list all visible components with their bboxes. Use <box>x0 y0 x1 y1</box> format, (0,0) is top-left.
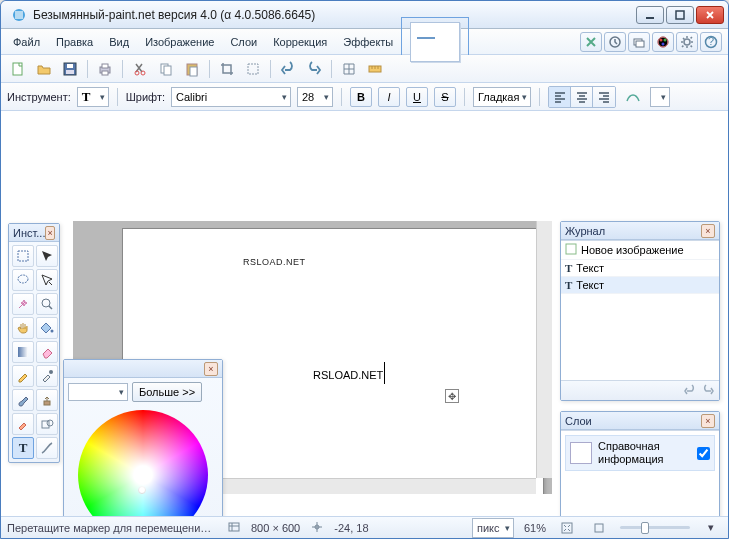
tool-pan[interactable] <box>12 317 34 339</box>
minimize-button[interactable] <box>636 6 664 24</box>
history-panel-close[interactable]: × <box>701 224 715 238</box>
tool-gradient[interactable] <box>12 341 34 363</box>
menu-effects[interactable]: Эффекты <box>335 32 401 52</box>
zoom-actual-icon[interactable] <box>588 517 610 539</box>
font-family-select[interactable]: Calibri <box>171 87 291 107</box>
history-item[interactable]: TТекст <box>561 277 719 294</box>
tool-shapes[interactable] <box>36 413 58 435</box>
image-thumbnail-strip[interactable] <box>401 17 469 67</box>
vertical-scrollbar[interactable] <box>536 221 552 478</box>
colors-panel-close[interactable]: × <box>204 362 218 376</box>
align-center-button[interactable] <box>571 87 593 107</box>
tool-color-picker[interactable] <box>36 365 58 387</box>
tool-pencil[interactable] <box>12 365 34 387</box>
history-undo-icon[interactable] <box>683 383 697 399</box>
history-item[interactable]: Новое изображение <box>561 241 719 260</box>
menu-layers[interactable]: Слои <box>222 32 265 52</box>
underline-button[interactable]: U <box>406 87 428 107</box>
grid-button[interactable] <box>338 58 360 80</box>
tool-fill[interactable] <box>36 317 58 339</box>
deselect-button[interactable] <box>242 58 264 80</box>
tools-panel-close[interactable]: × <box>45 226 55 240</box>
bold-button[interactable]: B <box>350 87 372 107</box>
svg-point-10 <box>664 38 667 41</box>
color-wheel-picker[interactable] <box>138 486 146 494</box>
layer-row[interactable]: Справочная информация <box>565 435 715 471</box>
tool-move-selection[interactable] <box>36 245 58 267</box>
text-move-handle[interactable]: ✥ <box>445 389 459 403</box>
tool-magic-wand[interactable] <box>12 293 34 315</box>
italic-button[interactable]: I <box>378 87 400 107</box>
canvas-editing-text[interactable]: RSLOAD.NET <box>313 359 385 385</box>
font-label: Шрифт: <box>126 91 165 103</box>
save-button[interactable] <box>59 58 81 80</box>
tool-move-pixels[interactable] <box>36 269 58 291</box>
color-mode-select[interactable] <box>68 383 128 401</box>
align-left-button[interactable] <box>549 87 571 107</box>
tools-panel[interactable]: Инст...× T <box>8 223 60 463</box>
open-button[interactable] <box>33 58 55 80</box>
menu-adjustments[interactable]: Коррекция <box>265 32 335 52</box>
units-select[interactable]: пикс <box>472 518 514 538</box>
ruler-button[interactable] <box>364 58 386 80</box>
layers-panel-title[interactable]: Слои× <box>561 412 719 430</box>
maximize-button[interactable] <box>666 6 694 24</box>
undo-button[interactable] <box>277 58 299 80</box>
tools-panel-toggle[interactable] <box>580 32 602 52</box>
blend-mode-select[interactable] <box>650 87 670 107</box>
svg-point-23 <box>141 71 145 75</box>
tool-clone[interactable] <box>36 389 58 411</box>
history-panel-toggle[interactable] <box>604 32 626 52</box>
layers-panel-close[interactable]: × <box>701 414 715 428</box>
print-button[interactable] <box>94 58 116 80</box>
menu-file[interactable]: Файл <box>5 32 48 52</box>
copy-button[interactable] <box>155 58 177 80</box>
colors-panel-toggle[interactable] <box>652 32 674 52</box>
tool-rect-select[interactable] <box>12 245 34 267</box>
colors-panel-title[interactable]: × <box>64 360 222 378</box>
layers-panel[interactable]: Слои× Справочная информация <box>560 411 720 516</box>
antialias-select[interactable]: Гладкая <box>473 87 531 107</box>
tool-lasso[interactable] <box>12 269 34 291</box>
paste-button[interactable] <box>181 58 203 80</box>
zoom-dropdown-icon[interactable]: ▾ <box>700 517 722 539</box>
menu-edit[interactable]: Правка <box>48 32 101 52</box>
antialias-toggle[interactable] <box>622 86 644 108</box>
colors-more-button[interactable]: Больше >> <box>132 382 202 402</box>
zoom-slider-thumb[interactable] <box>641 522 649 534</box>
zoom-fit-icon[interactable] <box>556 517 578 539</box>
app-window: Безымянный-paint.net версия 4.0 (α 4.0.5… <box>0 0 729 539</box>
cut-button[interactable] <box>129 58 151 80</box>
history-item[interactable]: TТекст <box>561 260 719 277</box>
history-list[interactable]: Новое изображениеTТекстTТекст <box>561 240 719 380</box>
tool-recolor[interactable] <box>12 413 34 435</box>
tool-zoom[interactable] <box>36 293 58 315</box>
menu-image[interactable]: Изображение <box>137 32 222 52</box>
history-redo-icon[interactable] <box>701 383 715 399</box>
titlebar[interactable]: Безымянный-paint.net версия 4.0 (α 4.0.5… <box>1 1 728 29</box>
layers-panel-toggle[interactable] <box>628 32 650 52</box>
crop-button[interactable] <box>216 58 238 80</box>
align-right-button[interactable] <box>593 87 615 107</box>
history-panel-title[interactable]: Журнал× <box>561 222 719 240</box>
zoom-slider[interactable] <box>620 526 690 529</box>
close-button[interactable] <box>696 6 724 24</box>
settings-button[interactable] <box>676 32 698 52</box>
tool-eraser[interactable] <box>36 341 58 363</box>
new-button[interactable] <box>7 58 29 80</box>
history-item-label: Текст <box>576 262 604 274</box>
colors-panel[interactable]: × Больше >> <box>63 359 223 516</box>
color-wheel[interactable] <box>78 410 208 516</box>
help-button[interactable]: ? <box>700 32 722 52</box>
redo-button[interactable] <box>303 58 325 80</box>
strikethrough-button[interactable]: S <box>434 87 456 107</box>
menu-view[interactable]: Вид <box>101 32 137 52</box>
history-panel[interactable]: Журнал× Новое изображениеTТекстTТекст <box>560 221 720 401</box>
tool-brush[interactable] <box>12 389 34 411</box>
font-size-select[interactable]: 28 <box>297 87 333 107</box>
tools-panel-title[interactable]: Инст...× <box>9 224 59 242</box>
tool-line[interactable] <box>36 437 58 459</box>
layer-visible-checkbox[interactable] <box>697 447 710 460</box>
tool-text[interactable]: T <box>12 437 34 459</box>
tool-dropdown[interactable]: T <box>77 87 109 107</box>
